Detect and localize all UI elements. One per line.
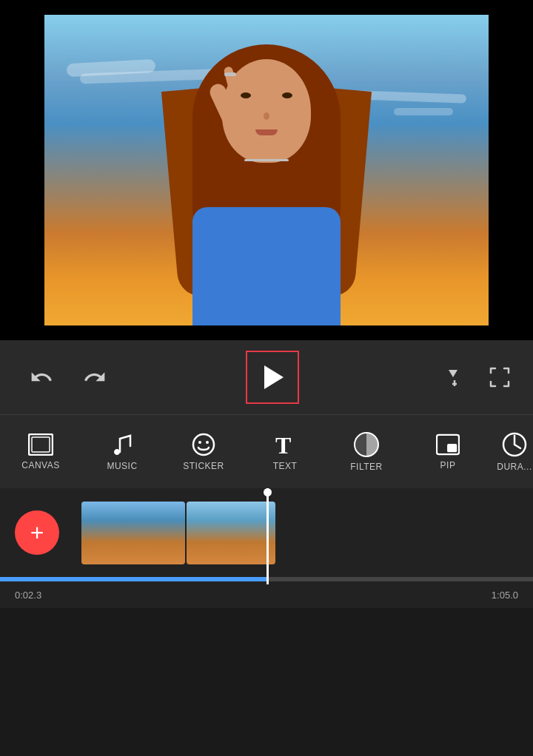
svg-point-7 xyxy=(206,441,209,444)
play-button[interactable] xyxy=(246,351,299,404)
duration-icon xyxy=(502,432,527,457)
tool-music[interactable]: MUSIC xyxy=(81,419,163,485)
tool-pip[interactable]: PIP xyxy=(407,419,489,485)
body xyxy=(192,207,341,325)
svg-rect-4 xyxy=(32,437,50,452)
tool-sticker[interactable]: STICKER xyxy=(163,419,244,485)
duration-label: DURA... xyxy=(497,462,532,472)
pip-icon xyxy=(436,433,460,456)
tool-duration[interactable]: DURA... xyxy=(489,419,533,485)
canvas-icon xyxy=(28,433,53,456)
undo-icon xyxy=(30,365,53,389)
tools-row: CANVAS MUSIC STICKER T TEXT xyxy=(0,414,533,488)
svg-line-15 xyxy=(514,445,520,448)
undo-button[interactable] xyxy=(15,358,68,396)
clip-thumbnail-1 xyxy=(81,502,185,564)
text-label: TEXT xyxy=(273,461,298,471)
mouth xyxy=(255,129,278,135)
music-label: MUSIC xyxy=(107,461,137,471)
redo-icon xyxy=(83,365,107,389)
video-clip-2[interactable] xyxy=(187,502,275,564)
filter-icon xyxy=(354,432,379,457)
cloud-3 xyxy=(355,90,466,103)
tool-text[interactable]: T TEXT xyxy=(244,419,326,485)
svg-rect-12 xyxy=(447,444,457,452)
svg-point-6 xyxy=(198,441,201,444)
filter-sort-icon xyxy=(438,367,459,388)
tool-filter[interactable]: FILTER xyxy=(326,419,407,485)
timestamps: 0:02.3 1:05.0 xyxy=(0,581,533,608)
ring xyxy=(224,72,236,76)
pip-label: PIP xyxy=(440,460,456,470)
timeline-area: + 0:02.3 1:05.0 xyxy=(0,488,533,608)
timeline-track: + xyxy=(0,488,533,577)
play-button-container xyxy=(246,351,299,404)
add-icon: + xyxy=(30,521,44,544)
svg-point-5 xyxy=(193,434,214,455)
video-clip-1[interactable] xyxy=(81,502,185,564)
controls-area xyxy=(0,340,533,414)
text-icon: T xyxy=(274,433,296,456)
total-time: 1:05.0 xyxy=(492,590,518,601)
eye-right xyxy=(282,92,292,98)
filter-sort-button[interactable] xyxy=(423,360,474,395)
add-clip-button[interactable]: + xyxy=(15,510,59,555)
eye-left xyxy=(241,92,251,98)
fullscreen-button[interactable] xyxy=(474,359,526,396)
nose xyxy=(264,112,269,120)
play-triangle-icon xyxy=(264,365,284,389)
clips-container xyxy=(81,499,275,566)
current-time: 0:02.3 xyxy=(15,590,41,601)
svg-marker-0 xyxy=(449,370,457,377)
video-frame xyxy=(44,15,489,325)
video-content xyxy=(44,15,489,325)
playhead xyxy=(266,488,269,584)
person xyxy=(163,44,370,325)
tool-canvas[interactable]: CANVAS xyxy=(0,419,81,485)
video-preview xyxy=(0,0,533,340)
necklace xyxy=(244,159,289,161)
clip-thumbnail-2 xyxy=(187,502,275,564)
svg-text:T: T xyxy=(275,433,291,456)
music-icon xyxy=(111,433,133,456)
filter-label: FILTER xyxy=(350,462,382,472)
fullscreen-icon xyxy=(489,366,511,388)
redo-button[interactable] xyxy=(68,358,121,396)
sticker-icon xyxy=(192,433,215,456)
cloud-4 xyxy=(394,108,453,115)
sticker-label: STICKER xyxy=(183,461,224,471)
canvas-label: CANVAS xyxy=(21,460,59,470)
